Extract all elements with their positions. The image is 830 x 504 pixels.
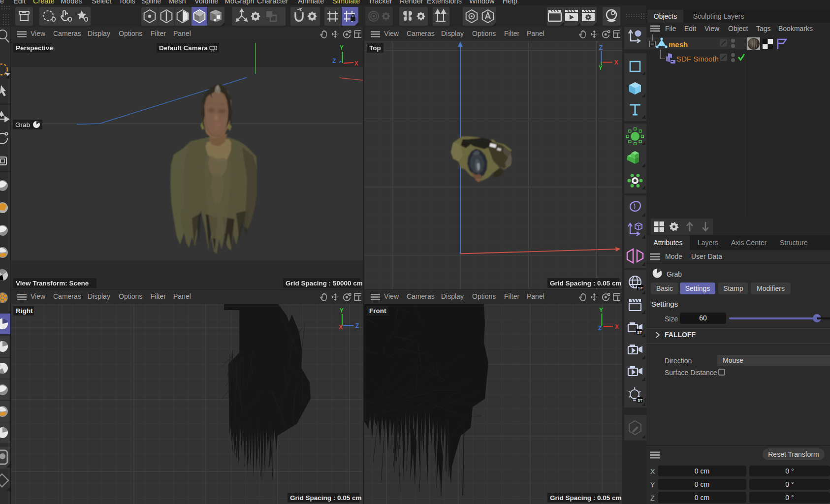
svg-text:Front: Front bbox=[369, 307, 386, 315]
svg-text:X: X bbox=[354, 60, 358, 67]
svg-text:Y: Y bbox=[340, 307, 344, 314]
svg-text:Grid Spacing : 50000 cm: Grid Spacing : 50000 cm bbox=[286, 280, 363, 287]
svg-text:Y: Y bbox=[340, 44, 344, 51]
svg-text:Z: Z bbox=[598, 325, 602, 332]
svg-text:ST: ST bbox=[638, 286, 643, 290]
svg-text:Y: Y bbox=[599, 307, 603, 314]
svg-text:View Transform: Scene: View Transform: Scene bbox=[16, 280, 89, 287]
svg-text:Z: Z bbox=[332, 58, 336, 64]
svg-text:Top: Top bbox=[369, 44, 381, 52]
svg-text:Grid Spacing : 0.05 cm: Grid Spacing : 0.05 cm bbox=[290, 494, 362, 502]
svg-text:Z: Z bbox=[599, 44, 603, 51]
svg-text:Y: Y bbox=[599, 64, 603, 71]
svg-text:X: X bbox=[615, 323, 619, 330]
svg-text:X: X bbox=[339, 324, 343, 331]
svg-text:Default Camera: Default Camera bbox=[159, 44, 208, 52]
svg-text:Perspective: Perspective bbox=[16, 44, 53, 52]
svg-text:Grab: Grab bbox=[15, 121, 30, 128]
svg-text:X: X bbox=[614, 59, 618, 66]
svg-text:Z: Z bbox=[355, 322, 359, 329]
svg-text:ST: ST bbox=[638, 398, 642, 403]
svg-text:Grid Spacing : 0.05 cm: Grid Spacing : 0.05 cm bbox=[550, 280, 622, 287]
svg-text:Right: Right bbox=[16, 307, 33, 315]
svg-text:Grid Spacing : 0.05 cm: Grid Spacing : 0.05 cm bbox=[550, 494, 622, 502]
svg-text:ST: ST bbox=[637, 330, 642, 335]
